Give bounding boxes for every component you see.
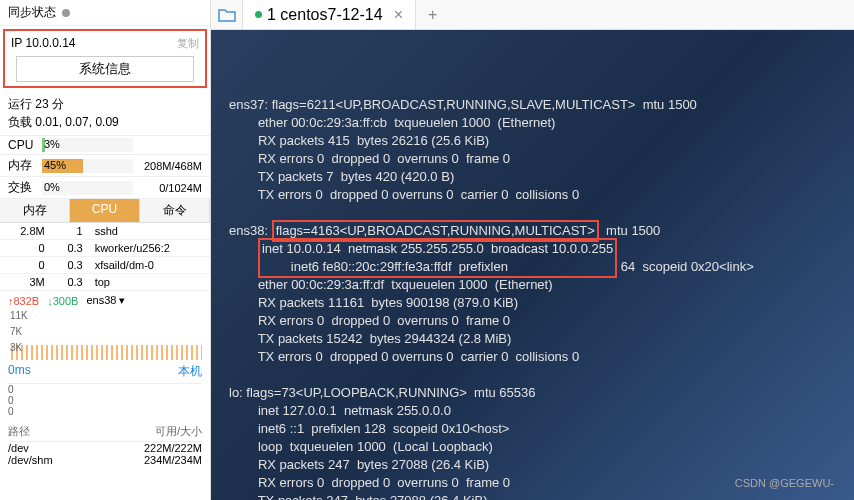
disk-row: /dev222M/222M [8, 442, 202, 454]
status-dot-icon [62, 9, 70, 17]
latency-chart: 000 [8, 383, 202, 421]
tab-bar: 1 centos7-12-14× + [211, 0, 854, 30]
load-avg: 负载 0.01, 0.07, 0.09 [8, 113, 202, 131]
stats-block: 运行 23 分 负载 0.01, 0.07, 0.09 [0, 91, 210, 136]
ip-label: IP 10.0.0.14 [11, 36, 76, 51]
sidebar: 同步状态 IP 10.0.0.14复制 系统信息 运行 23 分 负载 0.01… [0, 0, 211, 500]
session-tab[interactable]: 1 centos7-12-14× [243, 0, 416, 29]
disk-table: 路径可用/大小 /dev222M/222M/dev/shm234M/234M [0, 421, 210, 469]
net-chart: 11K 7K 3K [8, 310, 202, 360]
connected-icon [255, 11, 262, 18]
table-row[interactable]: 2.8M1sshd [0, 223, 210, 240]
table-row[interactable]: 00.3xfsaild/dm-0 [0, 257, 210, 274]
net-row: ↑832B↓300Bens38 ▾ [0, 291, 210, 310]
tab-mem[interactable]: 内存 [0, 199, 70, 222]
sync-status: 同步状态 [0, 0, 210, 26]
local-link[interactable]: 本机 [178, 363, 202, 380]
system-info-button[interactable]: 系统信息 [16, 56, 195, 82]
latency-row: 0ms本机 [0, 360, 210, 383]
swap-meter: 交换0%0/1024M [0, 177, 210, 199]
table-row[interactable]: 00.3kworker/u256:2 [0, 240, 210, 257]
watermark: CSDN @GEGEWU- [735, 474, 834, 492]
tab-cmd[interactable]: 命令 [140, 199, 210, 222]
proc-tabs: 内存 CPU 命令 [0, 199, 210, 223]
folder-icon[interactable] [211, 0, 243, 29]
disk-row: /dev/shm234M/234M [8, 454, 202, 466]
terminal[interactable]: ens37: flags=6211<UP,BROADCAST,RUNNING,S… [211, 30, 854, 500]
ip-box: IP 10.0.0.14复制 系统信息 [3, 29, 207, 88]
iface-dropdown[interactable]: ens38 ▾ [86, 294, 125, 307]
mem-meter: 内存45%208M/468M [0, 155, 210, 177]
table-row[interactable]: 3M0.3top [0, 274, 210, 291]
cpu-meter: CPU3% [0, 136, 210, 155]
uptime: 运行 23 分 [8, 95, 202, 113]
process-table: 2.8M1sshd00.3kworker/u256:200.3xfsaild/d… [0, 223, 210, 291]
copy-link[interactable]: 复制 [177, 36, 199, 51]
tab-cpu[interactable]: CPU [70, 199, 140, 222]
close-icon[interactable]: × [394, 6, 403, 24]
add-tab-button[interactable]: + [416, 6, 449, 24]
main-panel: 1 centos7-12-14× + ens37: flags=6211<UP,… [211, 0, 854, 500]
